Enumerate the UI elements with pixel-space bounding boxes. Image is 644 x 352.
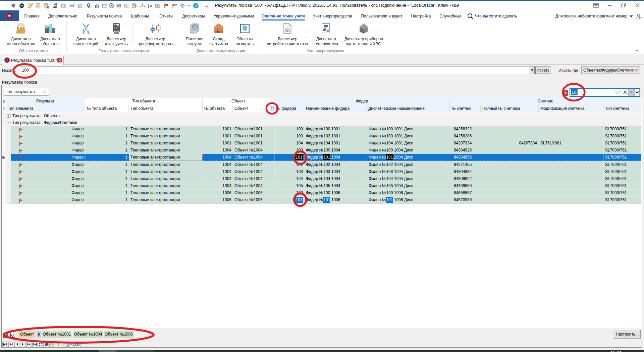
svg-text:XML: XML <box>117 5 120 7</box>
svg-text:?: ? <box>195 4 197 8</box>
